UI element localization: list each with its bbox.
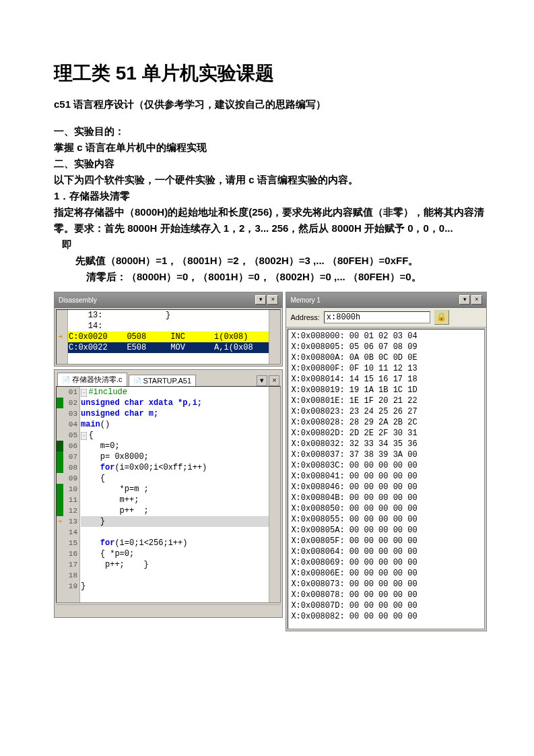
ide-screenshot: Disassembly ▾ × ➔ 13: } 14: C:0x0020 050… — [54, 292, 487, 631]
memory-line: X:0x008055: 00 00 00 00 00 — [291, 514, 481, 525]
fold-toggle-icon[interactable]: - — [81, 389, 87, 397]
memory-line: X:0x008023: 23 24 25 26 27 — [291, 406, 481, 417]
disasm-line[interactable]: 13: } — [57, 310, 280, 321]
fold-toggle-icon[interactable]: - — [81, 432, 87, 440]
memory-line: X:0x00801E: 1E 1F 20 21 22 — [291, 396, 481, 406]
memory-line: X:0x008050: 00 00 00 00 00 — [291, 503, 481, 514]
memory-line: X:0x008046: 00 00 00 00 00 — [291, 482, 481, 493]
gutter-row: 06 — [57, 441, 79, 451]
editor-tabs: 📄 存储器快清零.c 📄 STARTUP.A51 ▾ × — [55, 370, 282, 386]
memory-line: X:0x008032: 32 33 34 35 36 — [291, 439, 481, 449]
memory-panel: Memory 1 ▾ × Address: 🔒 X:0x008000: 00 0… — [286, 292, 487, 631]
code-body[interactable]: 01020304050607080910111213➔141516171819 … — [56, 386, 281, 603]
code-line[interactable]: for(i=0x00;i<0xff;i++) — [81, 462, 280, 473]
para-7: 即 — [54, 237, 487, 253]
disasm-line[interactable]: 14: — [57, 321, 280, 332]
code-line[interactable]: unsigned char xdata *p,i; — [81, 398, 280, 408]
scrollbar-horizontal[interactable] — [56, 604, 281, 616]
tab-source-c[interactable]: 📄 存储器快清零.c — [57, 373, 127, 386]
memory-line: X:0x008014: 14 15 16 17 18 — [291, 374, 481, 385]
tab-label: 存储器快清零.c — [72, 375, 123, 385]
code-line[interactable]: } — [81, 516, 280, 527]
disasm-line[interactable]: C:0x0022 E508 MOV A,i(0x08 — [57, 342, 280, 353]
memory-line: X:0x00803C: 00 00 00 00 00 — [291, 460, 481, 471]
current-line-arrow-icon: ➔ — [58, 332, 63, 342]
tab-close-button[interactable]: × — [269, 375, 279, 386]
scrollbar-vertical[interactable] — [269, 310, 280, 364]
code-editor-panel: 📄 存储器快清零.c 📄 STARTUP.A51 ▾ × 01020304050… — [54, 369, 283, 618]
memory-line: X:0x00804B: 00 00 00 00 00 — [291, 493, 481, 503]
gutter-row: 09 — [57, 473, 79, 484]
memory-line: X:0x008019: 19 1A 1B 1C 1D — [291, 385, 481, 396]
gutter-row: 04 — [57, 419, 79, 430]
memory-line: X:0x00800F: 0F 10 11 12 13 — [291, 363, 481, 374]
code-line[interactable]: p++; } — [81, 559, 280, 570]
subtitle: c51 语言程序设计（仅供参考学习，建议按自己的思路编写） — [54, 98, 487, 111]
code-line[interactable]: main() — [81, 419, 280, 430]
code-line[interactable]: -#include — [81, 387, 280, 398]
body-text: 一、实验目的： 掌握 c 语言在单片机中的编程实现 二、实验内容 以下为四个软件… — [54, 123, 487, 285]
code-line[interactable]: p= 0x8000; — [81, 451, 280, 462]
close-button[interactable]: × — [471, 295, 482, 305]
gutter-row: 11 — [57, 495, 79, 505]
memory-line: X:0x008037: 37 38 39 3A 00 — [291, 449, 481, 460]
code-line[interactable]: for(i=0;i<256;i++) — [81, 538, 280, 548]
memory-title: Memory 1 — [290, 296, 320, 304]
gutter-row: 15 — [57, 538, 79, 548]
tab-menu-button[interactable]: ▾ — [257, 375, 267, 386]
para-8: 先赋值（8000H）=1，（8001H）=2，（8002H）=3 ,... （8… — [54, 253, 487, 269]
code-line[interactable]: m=0; — [81, 441, 280, 451]
tab-startup-a51[interactable]: 📄 STARTUP.A51 — [129, 375, 197, 386]
memory-line: X:0x00802D: 2D 2E 2F 30 31 — [291, 428, 481, 439]
disassembly-body[interactable]: ➔ 13: } 14: C:0x0020 0508 INC i(0x08)C:0… — [56, 309, 281, 365]
code-line[interactable]: { *p=0; — [81, 548, 280, 559]
memory-line: X:0x008064: 00 00 00 00 00 — [291, 546, 481, 557]
code-line[interactable]: unsigned char m; — [81, 408, 280, 419]
gutter-row: 02 — [57, 398, 79, 408]
disassembly-panel: Disassembly ▾ × ➔ 13: } 14: C:0x0020 050… — [54, 292, 283, 367]
memory-line: X:0x008028: 28 29 2A 2B 2C — [291, 417, 481, 428]
code-line[interactable]: -{ — [81, 430, 280, 441]
lock-icon[interactable]: 🔒 — [434, 310, 449, 325]
code-line[interactable] — [81, 527, 280, 538]
memory-line: X:0x008069: 00 00 00 00 00 — [291, 557, 481, 568]
close-button[interactable]: × — [267, 295, 278, 305]
memory-line: X:0x008082: 00 00 00 00 00 — [291, 611, 481, 622]
gutter-row: 13➔ — [57, 516, 79, 527]
memory-toolbar: Address: 🔒 — [286, 308, 486, 327]
memory-titlebar: Memory 1 ▾ × — [286, 292, 486, 308]
gutter-row: 08 — [57, 462, 79, 473]
para-3: 二、实验内容 — [54, 156, 487, 172]
code-line[interactable]: p++ ; — [81, 505, 280, 516]
para-9: 清零后：（8000H）=0，（8001H）=0，（8002H）=0 ,... （… — [54, 269, 487, 285]
memory-line: X:0x00805A: 00 00 00 00 00 — [291, 525, 481, 536]
line-gutter: 01020304050607080910111213➔141516171819 — [57, 387, 80, 602]
gutter-row: 12 — [57, 505, 79, 516]
code-line[interactable]: { — [81, 473, 280, 484]
memory-line: X:0x00805F: 00 00 00 00 00 — [291, 536, 481, 546]
code-line[interactable]: } — [81, 581, 280, 592]
para-1: 一、实验目的： — [54, 123, 487, 139]
scrollbar-vertical[interactable] — [269, 387, 280, 602]
code-line[interactable] — [81, 570, 280, 581]
gutter-row: 01 — [57, 387, 79, 398]
code-line[interactable]: m++; — [81, 495, 280, 505]
disasm-gutter: ➔ — [57, 310, 68, 364]
memory-line: X:0x008078: 00 00 00 00 00 — [291, 590, 481, 600]
gutter-row: 14 — [57, 527, 79, 538]
dock-button[interactable]: ▾ — [459, 295, 470, 305]
gutter-row: 17 — [57, 559, 79, 570]
memory-line: X:0x008005: 05 06 07 08 09 — [291, 342, 481, 352]
memory-dump[interactable]: X:0x008000: 00 01 02 03 04X:0x008005: 05… — [288, 329, 485, 629]
gutter-row: 19 — [57, 581, 79, 592]
code-line[interactable]: *p=m ; — [81, 484, 280, 495]
disasm-line[interactable]: C:0x0020 0508 INC i(0x08) — [57, 332, 280, 342]
memory-line: X:0x00800A: 0A 0B 0C 0D 0E — [291, 352, 481, 363]
gutter-row: 18 — [57, 570, 79, 581]
gutter-row: 10 — [57, 484, 79, 495]
memory-line: X:0x00806E: 00 00 00 00 00 — [291, 568, 481, 579]
address-input[interactable] — [324, 311, 430, 323]
document-icon: 📄 — [133, 377, 141, 385]
dock-button[interactable]: ▾ — [255, 295, 266, 305]
para-2: 掌握 c 语言在单片机中的编程实现 — [54, 139, 487, 156]
